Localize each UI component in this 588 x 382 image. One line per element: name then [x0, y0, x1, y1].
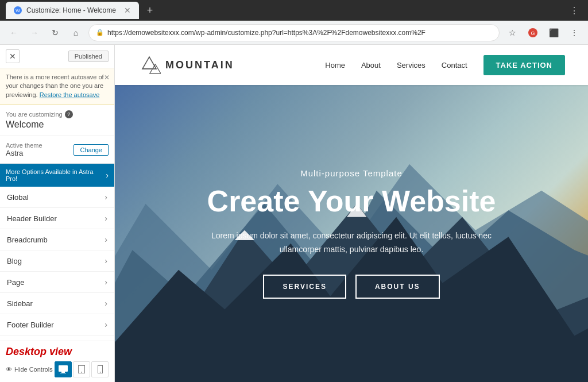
change-theme-button[interactable]: Change [74, 144, 109, 156]
about-us-button[interactable]: ABOUT US [355, 275, 440, 299]
astra-pro-arrow-icon: › [106, 171, 109, 180]
mobile-view-button[interactable] [91, 361, 109, 377]
cast-icon[interactable]: ⬛ [546, 25, 562, 41]
logo-text: MOUNTAIN [165, 59, 234, 71]
svg-point-6 [81, 372, 82, 373]
customizer-footer: Desktop view 👁 Hide Controls [0, 341, 114, 382]
nav-about[interactable]: About [361, 61, 381, 70]
dismiss-notice-button[interactable]: ✕ [104, 73, 110, 83]
restore-autosave-link[interactable]: Restore the autosave [40, 91, 100, 98]
nav-contact[interactable]: Contact [442, 61, 467, 70]
hero-description: Lorem ipsum dolor sit amet, consectetur … [208, 229, 495, 257]
home-button[interactable]: ⌂ [68, 25, 84, 41]
nav-home[interactable]: Home [325, 61, 345, 70]
reload-button[interactable]: ↻ [47, 25, 63, 41]
browser-titlebar: W Customize: Home - Welcome ✕ + ⋮ [0, 0, 588, 21]
menu-item-global[interactable]: Global › [0, 187, 114, 208]
forward-button[interactable]: → [26, 25, 42, 41]
desktop-view-label: Desktop view [6, 346, 109, 358]
tab-title: Customize: Home - Welcome [26, 6, 116, 14]
close-customizer-button[interactable]: ✕ [6, 49, 20, 63]
more-button[interactable]: ⋮ [566, 25, 582, 41]
bookmark-icon[interactable]: ☆ [504, 25, 520, 41]
customizing-section: You are customizing ? Welcome [0, 105, 114, 136]
nav-services[interactable]: Services [397, 61, 425, 70]
tablet-view-button[interactable] [73, 361, 90, 377]
hero-title: Create Your Website [207, 185, 496, 218]
customizer-header: ✕ Published [0, 45, 114, 68]
extensions-icon[interactable]: ⋮ [566, 2, 582, 18]
main-area: ✕ Published There is a more recent autos… [0, 45, 588, 382]
menu-item-site-identity[interactable]: Site Identity › [0, 335, 114, 341]
svg-marker-9 [142, 57, 156, 69]
profile-icon[interactable]: G [525, 25, 541, 41]
menu-item-sidebar[interactable]: Sidebar › [0, 293, 114, 314]
active-tab[interactable]: W Customize: Home - Welcome ✕ [6, 2, 139, 19]
hero-buttons: SERVICES ABOUT US [207, 275, 496, 299]
site-header: MOUNTAIN Home About Services Contact TAK… [115, 45, 588, 85]
preview-area: MOUNTAIN Home About Services Contact TAK… [115, 45, 588, 382]
new-tab-button[interactable]: + [144, 5, 157, 17]
svg-text:G: G [531, 30, 535, 36]
svg-rect-2 [59, 365, 68, 372]
customizer-panel: ✕ Published There is a more recent autos… [0, 45, 115, 382]
customizing-title: Welcome [6, 119, 109, 130]
menu-arrow-icon: › [105, 192, 107, 202]
nav-cta-button[interactable]: TAKE ACTION [483, 55, 565, 75]
menu-item-breadcrumb[interactable]: Breadcrumb › [0, 229, 114, 250]
back-button[interactable]: ← [6, 25, 22, 41]
astra-pro-label: More Options Available in Astra Pro! [6, 168, 106, 182]
footer-controls: 👁 Hide Controls [6, 361, 109, 377]
menu-arrow-icon: › [105, 235, 107, 244]
desktop-view-button[interactable] [55, 361, 72, 377]
astra-pro-bar[interactable]: More Options Available in Astra Pro! › [0, 164, 114, 187]
view-buttons [55, 361, 109, 377]
lock-icon: 🔒 [96, 29, 104, 36]
browser-toolbar: ← → ↻ ⌂ 🔒 https://demowebsitexxx.com/wp-… [0, 21, 588, 45]
services-button[interactable]: SERVICES [263, 275, 346, 299]
autosave-notice: There is a more recent autosave of your … [0, 68, 114, 105]
tab-favicon: W [14, 6, 22, 14]
theme-section: Active theme Astra Change [0, 136, 114, 164]
url-text: https://demowebsitexxx.com/wp-admin/cust… [107, 29, 425, 37]
address-bar[interactable]: 🔒 https://demowebsitexxx.com/wp-admin/cu… [88, 24, 500, 41]
hero-content: Multi-purpose Template Create Your Websi… [196, 168, 508, 299]
site-logo: MOUNTAIN [138, 55, 234, 75]
hide-controls-label: Hide Controls [14, 366, 53, 373]
theme-name: Astra [6, 149, 42, 157]
hide-controls-button[interactable]: 👁 Hide Controls [6, 366, 53, 373]
menu-arrow-icon: › [105, 320, 107, 329]
svg-rect-3 [61, 372, 65, 373]
svg-point-8 [99, 372, 100, 372]
eye-icon: 👁 [6, 366, 12, 373]
menu-item-page[interactable]: Page › [0, 272, 114, 293]
window-controls: ⋮ [566, 2, 582, 18]
menu-arrow-icon: › [105, 214, 107, 223]
site-navigation: Home About Services Contact TAKE ACTION [325, 55, 565, 75]
menu-item-header-builder[interactable]: Header Builder › [0, 208, 114, 229]
website-preview: MOUNTAIN Home About Services Contact TAK… [115, 45, 588, 382]
svg-rect-4 [60, 373, 66, 373]
tab-close-button[interactable]: ✕ [124, 6, 131, 15]
menu-arrow-icon: › [105, 277, 107, 287]
info-icon[interactable]: ? [65, 110, 73, 118]
menu-item-footer-builder[interactable]: Footer Builder › [0, 314, 114, 335]
menu-arrow-icon: › [105, 256, 107, 265]
logo-mountain-icon [138, 55, 161, 75]
customizing-label: You are customizing ? [6, 110, 109, 118]
hero-subtitle: Multi-purpose Template [207, 168, 496, 178]
menu-item-blog[interactable]: Blog › [0, 250, 114, 272]
active-theme-label: Active theme [6, 142, 42, 149]
menu-arrow-icon: › [105, 299, 107, 308]
published-button[interactable]: Published [68, 51, 109, 62]
hero-section: Multi-purpose Template Create Your Websi… [115, 85, 588, 382]
customizer-menu: Global › Header Builder › Breadcrumb › B… [0, 187, 114, 341]
